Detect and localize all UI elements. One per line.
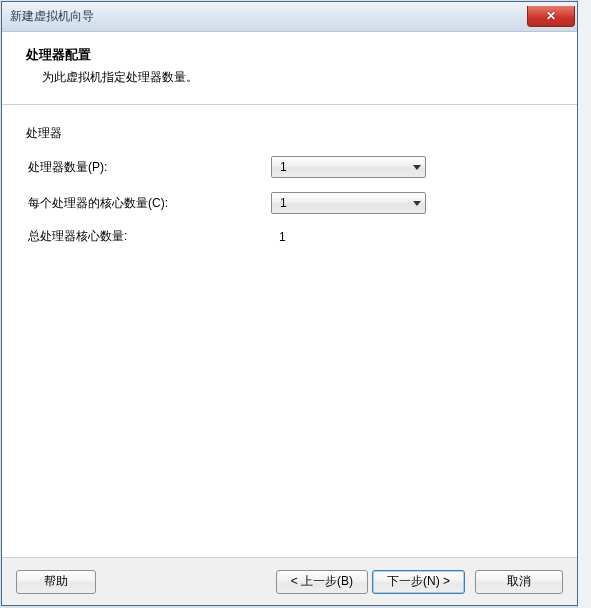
- wizard-header: 处理器配置 为此虚拟机指定处理器数量。: [2, 32, 577, 105]
- wizard-window: 新建虚拟机向导 ✕ 处理器配置 为此虚拟机指定处理器数量。 处理器 处理器数量(…: [1, 1, 578, 606]
- label-total-cores: 总处理器核心数量:: [26, 228, 271, 245]
- page-subtitle: 为此虚拟机指定处理器数量。: [26, 69, 553, 86]
- next-button[interactable]: 下一步(N) >: [372, 570, 465, 594]
- chevron-down-icon: [413, 165, 421, 170]
- group-label-processors: 处理器: [26, 125, 553, 142]
- button-bar: 帮助 < 上一步(B) 下一步(N) > 取消: [2, 557, 577, 605]
- titlebar: 新建虚拟机向导 ✕: [2, 2, 577, 32]
- background-strip: [577, 0, 591, 608]
- nav-button-group: < 上一步(B) 下一步(N) >: [276, 570, 465, 594]
- row-cores-per-processor: 每个处理器的核心数量(C): 1: [26, 192, 553, 214]
- dropdown-processor-count-value: 1: [280, 160, 287, 174]
- help-button[interactable]: 帮助: [16, 570, 96, 594]
- wizard-content: 处理器 处理器数量(P): 1 每个处理器的核心数量(C): 1 总处理器核心数…: [2, 105, 577, 531]
- back-button[interactable]: < 上一步(B): [276, 570, 368, 594]
- label-processor-count: 处理器数量(P):: [26, 159, 271, 176]
- window-title: 新建虚拟机向导: [10, 8, 94, 25]
- label-cores-per-processor: 每个处理器的核心数量(C):: [26, 195, 271, 212]
- dropdown-processor-count[interactable]: 1: [271, 156, 426, 178]
- value-total-cores: 1: [271, 230, 286, 244]
- dropdown-cores-per-processor[interactable]: 1: [271, 192, 426, 214]
- row-processor-count: 处理器数量(P): 1: [26, 156, 553, 178]
- chevron-down-icon: [413, 201, 421, 206]
- row-total-cores: 总处理器核心数量: 1: [26, 228, 553, 245]
- close-icon: ✕: [546, 9, 556, 23]
- close-button[interactable]: ✕: [527, 6, 575, 27]
- page-title: 处理器配置: [26, 46, 553, 64]
- cancel-button[interactable]: 取消: [475, 570, 563, 594]
- dropdown-cores-per-processor-value: 1: [280, 196, 287, 210]
